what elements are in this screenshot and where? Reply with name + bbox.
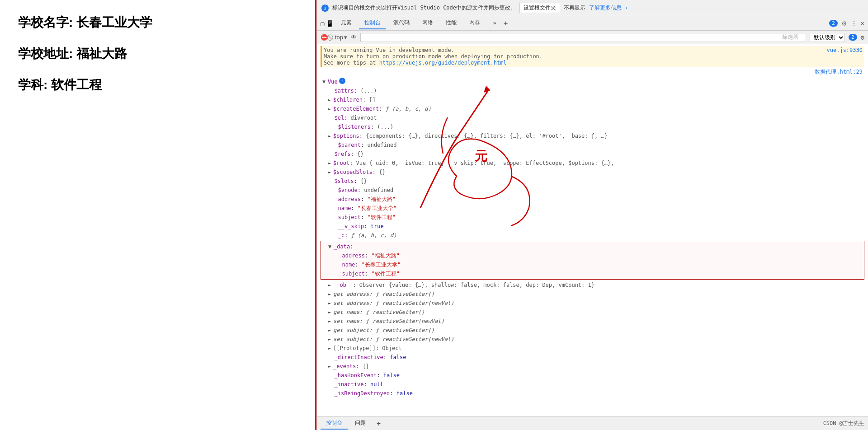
subject-top-line: subject : "软件工程" [321, 213, 864, 222]
tab-network[interactable]: 网络 [417, 17, 439, 29]
level-select[interactable]: 默认级别 [810, 33, 845, 42]
vnode-line: $vnode : undefined [321, 186, 864, 195]
events-line: ► _events : {} [321, 362, 864, 371]
ob-line: ► __ob__ : Observer {value: {…}, shallow… [321, 280, 864, 290]
vue-info-badge: i [339, 78, 345, 84]
address-top-line: address : "福祉大路" [321, 195, 864, 204]
listeners-line: $listeners : (...) [321, 122, 864, 131]
level-badge: 2 [849, 34, 857, 41]
expand-events[interactable]: ► [328, 362, 333, 370]
set-root-button[interactable]: 设置根文件夹 [519, 3, 560, 13]
parent-line: $parent : undefined [321, 140, 864, 150]
clear-console-button[interactable]: ⛔ [321, 34, 328, 41]
bottom-tab-console[interactable]: 控制台 [321, 417, 348, 430]
set-name-line: ► set name: ƒ reactiveSetter(newVal) [321, 317, 864, 326]
inactive-line: _inactive : null [321, 380, 864, 389]
bottom-tab-problems[interactable]: 问题 [349, 417, 371, 430]
console-warn-line-1: You are running Vue in development mode.… [321, 46, 864, 67]
expand-get-name[interactable]: ► [328, 308, 333, 316]
data-address-line: address : "福祉大路" [321, 251, 864, 260]
expand-ob[interactable]: ► [328, 281, 333, 289]
tab-console[interactable]: 控制台 [359, 17, 386, 29]
vskip-line: __v_skip : true [321, 222, 864, 231]
isbeingdestroyed-line: _isBeingDestroyed : false [321, 389, 864, 398]
tab-performance[interactable]: 性能 [440, 17, 462, 29]
get-name-line: ► get name: ƒ reactiveGetter() [321, 308, 864, 317]
tab-icons-group: 2 ⚙ ⋮ × [829, 20, 864, 27]
expand-set-subject[interactable]: ► [328, 335, 333, 343]
createelement-line: ► $createElement : ƒ (a, b, c, d) [321, 104, 864, 113]
tab-elements[interactable]: 元素 [335, 17, 357, 29]
get-subject-line: ► get subject: ƒ reactiveGetter() [321, 326, 864, 335]
set-address-line: ► set address: ƒ reactiveSetter(newVal) [321, 299, 864, 308]
warn-text-1: You are running Vue in development mode.… [324, 47, 542, 66]
tab-memory[interactable]: 内存 [464, 17, 486, 29]
close-icon[interactable]: × [861, 20, 864, 27]
devtools-content: i 标识项目的根文件夹以打开Visual Studio Code中的源文件并同步… [316, 0, 868, 430]
expand-get-address[interactable]: ► [328, 290, 333, 298]
vuejs-link[interactable]: vue.js:9330 [827, 47, 863, 66]
root-line: ► $root : Vue {_uid: 0, _isVue: true, __… [321, 159, 864, 168]
expand-children[interactable]: ► [328, 96, 333, 104]
inspect-icon[interactable]: ▢ [321, 20, 324, 27]
c-func-line: _c : ƒ (a, b, c, d) [321, 231, 864, 240]
subject: 学科: 软件工程 [18, 76, 298, 93]
scopedslots-line: ► $scopedSlots : {} [321, 168, 864, 177]
expand-createelement[interactable]: ► [328, 105, 333, 113]
prototype-line: ► [[Prototype]]: Object [321, 344, 864, 353]
expand-root[interactable]: ► [328, 159, 333, 167]
filter-input[interactable] [360, 33, 806, 42]
top-dropdown[interactable]: top ▾ [335, 34, 347, 41]
children-line: ► $children : [] [321, 95, 864, 104]
school-name: 学校名字: 长春工业大学 [18, 14, 298, 31]
tab-more[interactable]: » [487, 18, 501, 29]
data-line: ▼ _data : [321, 242, 864, 251]
data-subject-line: subject : "软件工程" [321, 269, 864, 278]
learn-more-link[interactable]: 了解更多信息 › [589, 4, 628, 12]
set-subject-line: ► set subject: ƒ reactiveSetter(newVal) [321, 335, 864, 344]
vue-tree: ▼ Vue i $attrs : (...) ► $children : [] [321, 76, 864, 399]
devtools-bottom-tabs: 控制台 问题 + CSDN @吉士先生 [317, 416, 868, 430]
tab-badge: 2 [829, 20, 838, 27]
eye-icon[interactable]: 👁 [351, 34, 357, 41]
expand-set-name[interactable]: ► [328, 317, 333, 325]
school-address: 学校地址: 福祉大路 [18, 45, 298, 62]
vue-root-line: ▼ Vue i [321, 77, 864, 86]
vue-label: Vue [328, 78, 338, 86]
devtools-tabs-bar: ▢ 📱 元素 控制台 源代码 网络 性能 内存 » + 2 ⚙ ⋮ × [317, 16, 868, 31]
info-icon: i [321, 5, 329, 12]
expand-options[interactable]: ► [328, 132, 333, 140]
console-data-proxy-link: 数据代理.html:29 [321, 68, 864, 76]
slots-line: $slots : {} [321, 177, 864, 186]
expand-vue-icon[interactable]: ▼ [322, 78, 328, 86]
customize-icon[interactable]: ⋮ [851, 20, 857, 27]
expand-set-address[interactable]: ► [328, 299, 333, 307]
console-output: You are running Vue in development mode.… [317, 44, 868, 416]
devtools-panel: i 标识项目的根文件夹以打开Visual Studio Code中的源文件并同步… [316, 0, 868, 430]
expand-data[interactable]: ▼ [328, 243, 334, 251]
el-line: $el : div#root [321, 113, 864, 122]
device-icon[interactable]: 📱 [326, 20, 334, 27]
hashookevent-line: _hasHookEvent : false [321, 371, 864, 380]
no-show-button[interactable]: 不再显示 [564, 4, 585, 12]
expand-scopedslots[interactable]: ► [328, 168, 333, 176]
top-dropdown-icon: ▾ [344, 34, 347, 41]
top-label: top [335, 34, 343, 41]
console-toolbar: ⛔ ⃠ top ▾ 👁 筛选器 默认级别 2 ⚙ [317, 31, 868, 44]
refs-line: $refs : {} [321, 150, 864, 159]
devtools-notification-bar: i 标识项目的根文件夹以打开Visual Studio Code中的源文件并同步… [317, 0, 868, 16]
tab-sources[interactable]: 源代码 [388, 17, 415, 29]
left-panel: 学校名字: 长春工业大学 学校地址: 福祉大路 学科: 软件工程 [0, 0, 316, 430]
attrs-line: $attrs : (...) [321, 86, 864, 95]
bottom-right-label: CSDN @吉士先生 [823, 420, 864, 427]
data-proxy-link[interactable]: 数据代理.html:29 [815, 68, 863, 76]
notification-text: 标识项目的根文件夹以打开Visual Studio Code中的源文件并同步更改… [332, 4, 516, 12]
console-settings-icon[interactable]: ⚙ [861, 34, 864, 41]
expand-prototype[interactable]: ► [328, 344, 333, 352]
add-tab-button[interactable]: + [373, 420, 384, 428]
get-address-line: ► get address: ƒ reactiveGetter() [321, 290, 864, 299]
expand-get-subject[interactable]: ► [328, 326, 333, 334]
settings-icon[interactable]: ⚙ [841, 20, 847, 27]
add-tab-icon[interactable]: + [504, 19, 508, 28]
directinactive-line: _directInactive : false [321, 353, 864, 362]
